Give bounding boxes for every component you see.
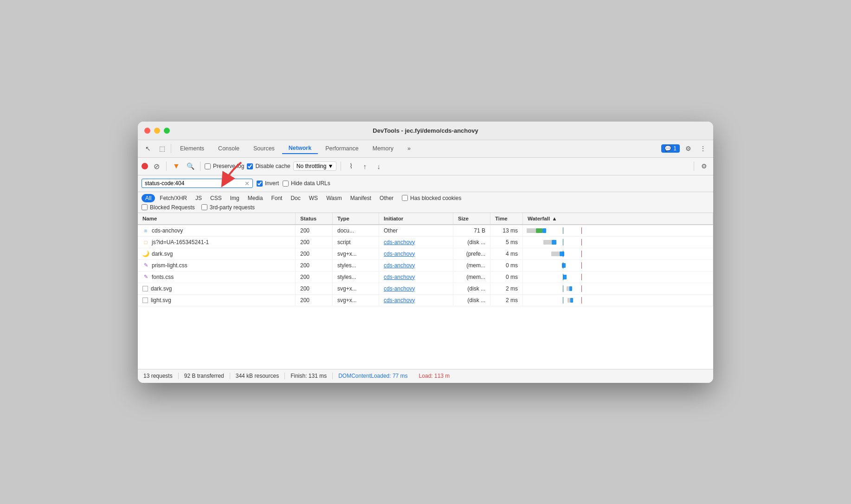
type-font[interactable]: Font: [267, 194, 286, 202]
upload-icon[interactable]: ↑: [359, 161, 370, 172]
tab-elements[interactable]: Elements: [174, 143, 211, 154]
type-css[interactable]: CSS: [206, 194, 226, 202]
col-time[interactable]: Time: [490, 213, 523, 224]
cell-status: 200: [296, 283, 333, 294]
network-settings-icon[interactable]: ⚙: [698, 161, 709, 172]
cell-time: 0 ms: [490, 260, 523, 271]
minimize-button[interactable]: [154, 128, 160, 134]
devtools-settings-icon[interactable]: ⚙: [682, 142, 695, 155]
type-media[interactable]: Media: [244, 194, 267, 202]
throttle-select[interactable]: No throttling ▼: [293, 162, 337, 171]
cell-type: svg+x...: [333, 283, 379, 294]
cell-initiator[interactable]: cds-anchovy: [379, 248, 453, 259]
cell-initiator[interactable]: cds-anchovy: [379, 295, 453, 306]
blocked-requests-checkbox[interactable]: [142, 204, 148, 210]
maximize-button[interactable]: [164, 128, 170, 134]
cell-name: □ js?id=UA-165345241-1: [138, 237, 296, 248]
disable-cache-checkbox[interactable]: [247, 163, 253, 169]
has-blocked-cookies-label[interactable]: Has blocked cookies: [402, 195, 461, 201]
cell-initiator[interactable]: cds-anchovy: [379, 237, 453, 248]
wifi-icon[interactable]: ⌇: [345, 161, 356, 172]
record-button[interactable]: [142, 163, 148, 169]
col-status[interactable]: Status: [296, 213, 333, 224]
type-all[interactable]: All: [142, 194, 155, 202]
chat-badge[interactable]: 💬 1: [661, 144, 680, 153]
clear-button[interactable]: ⊘: [151, 161, 162, 172]
cell-type: svg+x...: [333, 248, 379, 259]
cell-size: (mem...: [453, 260, 490, 271]
blocked-requests-label[interactable]: Blocked Requests: [142, 204, 195, 211]
hide-data-urls-label[interactable]: Hide data URLs: [283, 180, 330, 187]
load-time: Load: 113 m: [413, 373, 456, 379]
css-icon: ✎: [142, 262, 149, 269]
cell-status: 200: [296, 225, 333, 236]
more-options-icon[interactable]: ⋮: [696, 142, 709, 155]
chat-icon: 💬: [664, 145, 671, 152]
type-js[interactable]: JS: [192, 194, 206, 202]
table-row[interactable]: ≡ cds-anchovy 200 docu... Other 71 B 13 …: [138, 225, 713, 237]
cell-initiator[interactable]: cds-anchovy: [379, 271, 453, 283]
preserve-log-checkbox[interactable]: [205, 163, 211, 169]
cell-waterfall: [523, 283, 713, 294]
download-icon[interactable]: ↓: [373, 161, 384, 172]
disable-cache-label[interactable]: Disable cache: [247, 163, 290, 169]
filter-clear-button[interactable]: ✕: [245, 181, 250, 187]
tab-console[interactable]: Console: [212, 143, 246, 154]
filter-input[interactable]: [145, 180, 243, 187]
tabs-right-controls: 💬 1 ⚙ ⋮: [661, 142, 709, 155]
table-row[interactable]: □ js?id=UA-165345241-1 200 script cds-an…: [138, 237, 713, 248]
tab-performance[interactable]: Performance: [319, 143, 365, 154]
cell-name: ✎ fonts.css: [138, 271, 296, 283]
cell-name: ✎ prism-light.css: [138, 260, 296, 271]
chat-count: 1: [673, 145, 677, 152]
type-img[interactable]: Img: [226, 194, 243, 202]
col-waterfall[interactable]: Waterfall ▲: [523, 213, 713, 224]
has-blocked-cookies-checkbox[interactable]: [402, 195, 408, 201]
search-icon[interactable]: 🔍: [185, 161, 196, 172]
col-type[interactable]: Type: [333, 213, 379, 224]
third-party-checkbox[interactable]: [201, 204, 207, 210]
type-fetch-xhr[interactable]: Fetch/XHR: [156, 194, 191, 202]
cell-name: dark.svg: [138, 283, 296, 294]
type-other[interactable]: Other: [376, 194, 397, 202]
cell-type: styles...: [333, 260, 379, 271]
hide-data-urls-checkbox[interactable]: [283, 181, 289, 187]
layers-icon[interactable]: ⬚: [155, 142, 168, 155]
network-toolbar: ⊘ ▼ 🔍 Preserve log Disable cache No thro…: [138, 158, 713, 175]
third-party-label[interactable]: 3rd-party requests: [201, 204, 255, 211]
cell-waterfall: [523, 225, 713, 236]
finish-time: Finish: 131 ms: [285, 373, 333, 379]
cursor-icon[interactable]: ↖: [142, 142, 155, 155]
window-title: DevTools - jec.fyi/demo/cds-anchovy: [373, 127, 478, 134]
col-initiator[interactable]: Initiator: [379, 213, 453, 224]
type-wasm[interactable]: Wasm: [322, 194, 346, 202]
type-manifest[interactable]: Manifest: [347, 194, 375, 202]
invert-label[interactable]: Invert: [257, 180, 279, 187]
close-button[interactable]: [144, 128, 150, 134]
tab-memory[interactable]: Memory: [366, 143, 400, 154]
table-row[interactable]: ✎ prism-light.css 200 styles... cds-anch…: [138, 260, 713, 271]
cell-name: light.svg: [138, 295, 296, 306]
table-row[interactable]: light.svg 200 svg+x... cds-anchovy (disk…: [138, 295, 713, 306]
type-ws[interactable]: WS: [305, 194, 322, 202]
cell-status: 200: [296, 237, 333, 248]
type-doc[interactable]: Doc: [287, 194, 304, 202]
cell-type: styles...: [333, 271, 379, 283]
table-row[interactable]: ✎ fonts.css 200 styles... cds-anchovy (m…: [138, 271, 713, 283]
table-row[interactable]: 🌙 dark.svg 200 svg+x... cds-anchovy (pre…: [138, 248, 713, 260]
col-name[interactable]: Name: [138, 213, 296, 224]
blocked-requests-text: Blocked Requests: [150, 204, 195, 211]
cell-initiator[interactable]: cds-anchovy: [379, 283, 453, 294]
tab-more[interactable]: »: [401, 143, 417, 154]
tab-network[interactable]: Network: [282, 143, 318, 154]
tab-sources[interactable]: Sources: [247, 143, 281, 154]
cell-initiator[interactable]: cds-anchovy: [379, 260, 453, 271]
has-blocked-cookies-text: Has blocked cookies: [410, 195, 461, 201]
filter-icon[interactable]: ▼: [171, 161, 182, 172]
table-row[interactable]: dark.svg 200 svg+x... cds-anchovy (disk …: [138, 283, 713, 295]
invert-checkbox[interactable]: [257, 181, 263, 187]
cell-name: 🌙 dark.svg: [138, 248, 296, 259]
titlebar: DevTools - jec.fyi/demo/cds-anchovy: [138, 122, 713, 140]
col-size[interactable]: Size: [453, 213, 490, 224]
preserve-log-label[interactable]: Preserve log: [205, 163, 244, 169]
